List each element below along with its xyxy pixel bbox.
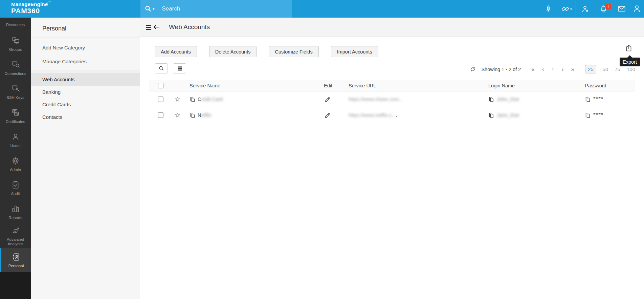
audit-icon (11, 180, 20, 190)
brand-name: ManageEngine (11, 1, 48, 7)
collapse-panel-button[interactable] (146, 23, 161, 31)
category-item-credit-cards[interactable]: Credit Cards (31, 98, 140, 111)
export-button[interactable] (625, 44, 633, 54)
add-accounts-button[interactable]: Add Accounts (155, 46, 197, 57)
last-page-button[interactable]: » (571, 66, 574, 73)
row-checkbox[interactable] (158, 112, 163, 118)
search-input[interactable] (162, 5, 274, 12)
first-page-button[interactable]: « (531, 66, 534, 73)
copy-icon[interactable] (190, 112, 195, 119)
manage-categories-link[interactable]: Manage Categories (31, 55, 140, 68)
category-item-web-accounts[interactable]: Web Accounts (31, 73, 140, 86)
sidebar-item-advanced-analytics[interactable]: Advanced Analytics (0, 224, 31, 248)
top-header: ManageEngine PAM360 ▾ ▾ (0, 0, 644, 18)
sidebar-item-label: Audit (2, 192, 29, 196)
service-name-text[interactable]: Netflix (198, 112, 211, 118)
copy-icon[interactable] (190, 96, 195, 103)
password-masked: **** (593, 96, 603, 103)
category-item-banking[interactable]: Banking (31, 86, 140, 98)
sidebar-item-label: Groups (2, 47, 29, 52)
page-size-75[interactable]: 75 (615, 66, 620, 72)
table-search-button[interactable] (155, 63, 168, 73)
ssh-keys-icon (11, 84, 20, 94)
user-review-icon[interactable] (576, 5, 594, 13)
copy-icon[interactable] (488, 112, 494, 119)
favorite-star-icon[interactable]: ☆ (175, 112, 181, 119)
service-url-redacted[interactable]: https://www.chase.com... (349, 97, 403, 102)
password-masked: **** (593, 112, 603, 119)
advanced-analytics-icon (11, 226, 20, 236)
category-item-contacts[interactable]: Contacts (31, 111, 140, 123)
sidebar-item-reports[interactable]: Reports (0, 200, 31, 224)
global-search-bar: ▾ (140, 0, 292, 18)
customize-fields-button[interactable]: Customize Fields (269, 46, 318, 57)
sidebar-item-label: SSH Keys (2, 95, 29, 100)
back-arrow-icon (152, 23, 161, 31)
panel-divider (31, 70, 140, 73)
sidebar-item-label: Users (2, 144, 29, 148)
sidebar-item-admin[interactable]: Admin (0, 152, 31, 176)
column-chooser-button[interactable] (173, 63, 186, 73)
service-url-trail: . (396, 112, 397, 118)
service-url-redacted[interactable]: https://www.netflix.c... (349, 112, 396, 118)
brand-text: ManageEngine (11, 1, 48, 7)
delete-accounts-button[interactable]: Delete Accounts (209, 46, 257, 57)
add-new-category-link[interactable]: Add New Category (31, 41, 140, 55)
export-tooltip: Export (620, 58, 640, 66)
column-header-service-url: Service URL (342, 83, 484, 88)
admin-gear-icon (11, 156, 20, 166)
search-icon[interactable]: ▾ (144, 5, 155, 13)
page-size-25[interactable]: 25 (585, 65, 596, 73)
page-size-100[interactable]: 100 (627, 66, 635, 72)
quick-links-icon[interactable]: ▾ (557, 5, 576, 13)
favorite-star-icon[interactable]: ☆ (175, 96, 181, 103)
refresh-icon[interactable] (470, 66, 476, 72)
copy-icon[interactable] (585, 96, 591, 103)
table-row: ☆ Netflix https://www.netflix.c... . Jan… (149, 107, 635, 123)
accounts-toolbar: Add Accounts Delete Accounts Customize F… (155, 46, 378, 57)
import-accounts-button[interactable]: Import Accounts (331, 46, 378, 57)
rail-filler (0, 272, 31, 299)
sidebar-item-personal[interactable]: Personal (0, 248, 31, 272)
sidebar-item-label: Admin (2, 168, 29, 172)
row-checkbox[interactable] (158, 97, 163, 102)
user-profile-icon[interactable] (631, 4, 643, 13)
pam360-app: ManageEngine PAM360 ▾ ▾ (0, 0, 644, 299)
table-header-row: Service Name Edit Service URL Login Name… (149, 80, 635, 91)
notifications-bell-icon[interactable]: ! (594, 5, 613, 13)
whats-new-rocket-icon[interactable] (539, 5, 557, 13)
sidebar-item-label: Connections (2, 71, 29, 76)
mail-icon[interactable] (613, 4, 631, 13)
sidebar-item-label: Personal (3, 264, 30, 268)
sidebar-item-audit[interactable]: Audit (0, 176, 31, 200)
list-view-icon (177, 65, 183, 71)
sidebar-item-label: Resources (2, 23, 29, 27)
sidebar-item-certificates[interactable]: Certificates (0, 104, 31, 128)
page-size-50[interactable]: 50 (603, 66, 608, 72)
panel-heading: Personal (31, 18, 140, 38)
select-all-checkbox[interactable] (158, 83, 163, 88)
sidebar-item-users[interactable]: Users (0, 128, 31, 152)
main-content: Web Accounts Add Accounts Delete Account… (140, 18, 644, 299)
sidebar-item-groups[interactable]: Groups (0, 32, 31, 56)
edit-pencil-icon[interactable] (324, 96, 330, 103)
sidebar-item-connections[interactable]: Connections (0, 56, 31, 80)
column-header-login-name: Login Name (484, 83, 580, 88)
search-scope-caret-icon[interactable]: ▾ (153, 7, 155, 11)
copy-icon[interactable] (585, 112, 591, 119)
service-name-text[interactable]: Credit Card (198, 97, 223, 102)
groups-icon (11, 36, 20, 46)
column-header-service-name: Service Name (184, 83, 315, 88)
current-page-number[interactable]: 1 (551, 66, 554, 72)
app-logo[interactable]: ManageEngine PAM360 (11, 1, 48, 15)
login-name-redacted: Jane_Doe (497, 112, 519, 118)
sidebar-item-label: Advanced Analytics (2, 237, 29, 246)
column-header-password: Password (580, 83, 635, 88)
edit-pencil-icon[interactable] (324, 112, 330, 119)
copy-icon[interactable] (488, 96, 494, 103)
previous-page-button[interactable]: ‹ (542, 66, 544, 73)
sidebar-item-ssh-keys[interactable]: SSH Keys (0, 80, 31, 104)
next-page-button[interactable]: › (562, 66, 564, 73)
export-icon (625, 44, 633, 52)
sidebar-item-resources[interactable]: Resources (0, 18, 31, 32)
